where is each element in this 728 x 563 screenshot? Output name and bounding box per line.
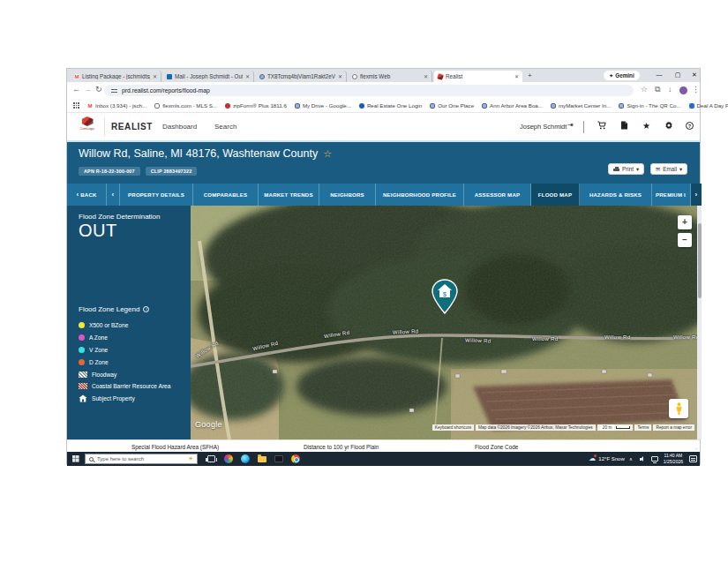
profile-avatar[interactable] [679, 86, 687, 94]
new-tab-button[interactable]: + [528, 71, 532, 79]
flood-map[interactable]: $ Willow Rd Willow Rd Willow Rd Willow R… [191, 206, 697, 439]
tab-close-icon[interactable]: ✕ [153, 73, 157, 79]
forward-icon[interactable]: → [84, 85, 92, 94]
chevron-left-icon: ‹ [76, 191, 79, 199]
minimize-button[interactable]: — [652, 69, 666, 81]
logout-icon[interactable]: ⇥ [567, 121, 574, 129]
bookmark-item[interactable]: Deal A Day Pipeline [689, 102, 728, 109]
browser-tab-gmail[interactable]: M Listing Package - jschmidtsprin ✕ [71, 71, 161, 82]
menu-more-icon[interactable]: ⋮ [692, 85, 700, 94]
copilot-spark-icon: ✦ [188, 455, 193, 462]
page-scrollbar-thumb[interactable] [698, 223, 702, 298]
bookmark-item[interactable]: My Drive - Google... [295, 102, 351, 109]
download-icon[interactable]: ↓ [668, 85, 672, 94]
tab-comparables[interactable]: COMPARABLES [193, 184, 259, 206]
dark-app-button[interactable] [270, 452, 287, 466]
terms-link[interactable]: Terms [634, 424, 651, 431]
tab-neighborhood-profile[interactable]: NEIGHBORHOOD PROFILE [376, 184, 464, 206]
weather-button[interactable]: ☁ [586, 452, 598, 466]
tab-premium[interactable]: PREMIUM I [652, 184, 691, 206]
taskbar-search-input[interactable]: Type here to search ✦ [85, 454, 198, 464]
site-info-icon[interactable] [111, 87, 117, 94]
gemini-button[interactable]: ✦ Gemini [604, 71, 640, 80]
favorite-star-icon[interactable]: ☆ [323, 148, 332, 159]
browser-tab-generic[interactable]: TX8Tcmg4bjVlam1Rakt2eVVsR ✕ [256, 71, 347, 82]
legend-label: Coastal Barrier Resource Area [92, 383, 170, 389]
tab-title: Listing Package - jschmidtsprin [82, 73, 150, 79]
bookmark-item[interactable]: myMarket Center In... [551, 102, 612, 109]
browser-tab-realist-active[interactable]: Realist ✕ [434, 71, 522, 82]
weather-text[interactable]: 12°F Snow [598, 456, 624, 462]
tab-close-icon[interactable]: ✕ [245, 73, 250, 79]
legend-label: Subject Property [92, 395, 135, 402]
tab-flood-map-active[interactable]: FLOOD MAP [531, 184, 580, 206]
bookmark-item[interactable]: Ann Arbor Area Boa... [482, 102, 543, 109]
help-icon[interactable]: ? [686, 122, 694, 130]
info-icon[interactable]: i [143, 306, 149, 312]
touch-keyboard-button[interactable] [686, 452, 700, 466]
tab-close-icon[interactable]: ✕ [338, 73, 342, 79]
back-icon[interactable]: ← [72, 85, 80, 94]
pinned-app-button[interactable] [220, 452, 236, 466]
nav-search[interactable]: Search [214, 123, 236, 131]
keyboard-shortcuts-link[interactable]: Keyboard shortcuts [432, 424, 474, 431]
tab-close-icon[interactable]: ✕ [424, 73, 428, 79]
tab-close-icon[interactable]: ✕ [514, 73, 519, 79]
browser-tab-outlook[interactable]: Mail - Joseph Schmidt - Outloo ✕ [163, 71, 254, 82]
taskbar-clock[interactable]: 11:40 AM 1/25/2026 [661, 453, 686, 465]
chrome-button[interactable] [287, 452, 304, 466]
browser-tab-flexmls[interactable]: flexmls Web ✕ [349, 71, 432, 82]
task-view-button[interactable] [203, 452, 220, 466]
nav-dashboard[interactable]: Dashboard [162, 123, 197, 131]
tray-expand-button[interactable]: ∧ [625, 452, 637, 466]
chevron-left-icon: ‹ [112, 191, 115, 199]
maximize-button[interactable]: ▢ [671, 69, 685, 81]
map-zoom-in-button[interactable]: + [678, 215, 692, 229]
bookmark-item[interactable]: flexmls.com - MLS S... [154, 102, 217, 109]
back-button[interactable]: ‹ BACK [67, 184, 107, 206]
side-panel-icon[interactable]: ⧉ [655, 85, 660, 94]
bookmark-item[interactable]: Our One Place [430, 102, 474, 109]
tab-neighbors[interactable]: NEIGHBORS [319, 184, 376, 206]
corelogic-logo[interactable]: CoreLogic [79, 116, 96, 131]
bookmark-item[interactable]: MInbox (3,934) - jsch... [87, 102, 146, 109]
edge-button[interactable] [236, 452, 253, 466]
page-title: Willow Rd, Saline, MI 48176, Washtenaw C… [79, 147, 332, 160]
legend-item: X500 or BZone [79, 320, 128, 329]
bookmark-star-icon[interactable]: ☆ [641, 85, 648, 94]
email-button[interactable]: ✉ Email ▾ [650, 163, 687, 175]
map-zoom-out-button[interactable]: − [678, 233, 692, 247]
settings-gear-icon[interactable] [664, 121, 673, 131]
start-button[interactable] [67, 452, 85, 466]
nav-scroll-left[interactable]: ‹ [107, 184, 120, 206]
cart-icon[interactable] [597, 121, 606, 131]
tab-hazards-risks[interactable]: HAZARDS & RISKS [580, 184, 652, 206]
legend-label: D Zone [89, 359, 109, 365]
file-explorer-button[interactable] [253, 452, 270, 466]
apps-grid-icon[interactable] [73, 102, 79, 109]
bookmark-item[interactable]: Sign-in - The QR Co... [619, 102, 680, 109]
reload-icon[interactable]: ↻ [95, 85, 102, 94]
report-map-error-link[interactable]: Report a map error [653, 424, 694, 431]
nav-scroll-right[interactable]: › [691, 184, 702, 206]
url-text[interactable]: prd.realist.com/reports/flood-map [122, 87, 210, 94]
street-view-pegman[interactable] [669, 399, 688, 418]
tab-title: flexmls Web [360, 73, 421, 79]
tab-property-details[interactable]: PROPERTY DETAILS [120, 184, 193, 206]
bookmark-item[interactable]: Real Estate One Login [359, 102, 422, 109]
address-bar[interactable]: prd.realist.com/reports/flood-map [104, 85, 634, 96]
tab-market-trends[interactable]: MARKET TRENDS [259, 184, 319, 206]
print-button[interactable]: Print ▾ [608, 163, 644, 175]
favorites-star-icon[interactable]: ★ [642, 121, 650, 131]
network-button[interactable] [649, 452, 661, 466]
bookmark-item[interactable]: zipForm® Plus 1811.6 [225, 102, 287, 109]
scrollbar-caret-icon[interactable]: ⌄ [694, 445, 698, 450]
reports-doc-icon[interactable] [620, 121, 628, 131]
volume-button[interactable] [637, 452, 649, 466]
tab-assessor-map[interactable]: ASSESSOR MAP [464, 184, 531, 206]
user-name[interactable]: Joseph Schmidt [520, 123, 567, 131]
close-button[interactable]: ✕ [687, 69, 702, 81]
tab-title: Realist [446, 73, 512, 79]
envelope-icon: ✉ [656, 166, 660, 172]
vzone-dot-icon [79, 347, 85, 353]
